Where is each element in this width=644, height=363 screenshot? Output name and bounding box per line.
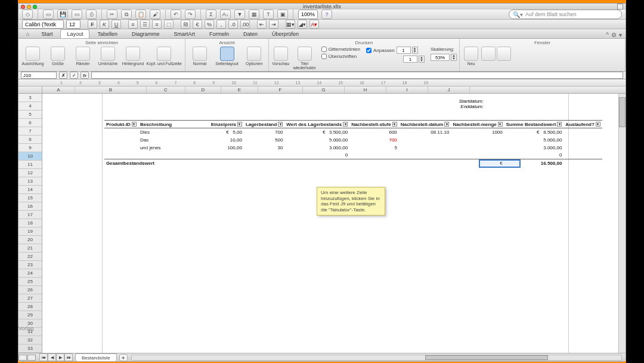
row-header[interactable]: 21	[18, 244, 42, 253]
italic-button[interactable]: K	[100, 20, 109, 29]
bold-button[interactable]: F	[88, 20, 97, 29]
copy-icon[interactable]: ⧉	[121, 10, 132, 19]
currency-button[interactable]: ₪	[181, 20, 190, 29]
undo-icon[interactable]: ↶	[171, 10, 181, 19]
zoom-combo[interactable]: 100%	[298, 10, 318, 19]
cut-icon[interactable]: ✂	[107, 10, 117, 19]
font-color-button[interactable]: A▾	[309, 20, 319, 29]
freeze-button[interactable]	[497, 47, 511, 61]
row-header[interactable]: 14	[18, 186, 42, 194]
scale-spinner[interactable]: ▲▼	[431, 54, 457, 61]
orientation-button[interactable]: Ausrichtung	[21, 47, 45, 66]
view-normal-icon[interactable]	[18, 355, 27, 361]
fit-pages2-spinner[interactable]: ▲▼	[403, 56, 425, 63]
filter-icon[interactable]: ▾	[278, 122, 283, 127]
col-header[interactable]: D	[185, 87, 221, 93]
dec-inc-button[interactable]: .0	[228, 20, 238, 29]
filter-icon[interactable]: ▾	[132, 122, 137, 127]
row-header[interactable]: 27	[18, 294, 42, 303]
filter-icon[interactable]: ▾	[237, 122, 242, 127]
col-header[interactable]: F	[258, 87, 303, 93]
row-header[interactable]: 20	[18, 236, 42, 244]
filter-icon[interactable]: ▾	[343, 122, 348, 127]
filter-icon[interactable]: ▾	[392, 122, 397, 127]
row-header[interactable]: 24	[18, 269, 42, 278]
row-header[interactable]: 33	[18, 344, 42, 353]
open-icon[interactable]: ▭	[43, 10, 54, 19]
row-header[interactable]: 10	[18, 152, 42, 161]
redo-icon[interactable]: ↷	[185, 10, 196, 19]
arrange-button[interactable]	[481, 47, 496, 61]
col-header[interactable]: J	[428, 87, 470, 93]
tab-smartart[interactable]: SmartArt	[168, 29, 202, 38]
name-box[interactable]: J10	[21, 72, 57, 79]
fit-checkbox[interactable]: Anpassen	[366, 48, 395, 53]
tab-data[interactable]: Daten	[237, 29, 264, 38]
filter-icon[interactable]: ▾	[498, 122, 503, 127]
size-button[interactable]: Größe	[46, 47, 70, 66]
fit-pages-spinner[interactable]: ▲▼	[397, 47, 418, 54]
ribbon-more-icon[interactable]: ▾	[619, 32, 622, 38]
minimize-button[interactable]	[27, 5, 31, 9]
col-header[interactable]: C	[147, 87, 185, 93]
row-header[interactable]: 6	[18, 119, 42, 127]
autosum-icon[interactable]: Σ	[206, 10, 216, 19]
col-header[interactable]: H	[345, 87, 386, 93]
underline-button[interactable]: U	[112, 20, 121, 29]
breaks-button[interactable]: Umbrüche	[96, 47, 120, 66]
sort-icon[interactable]: A↓	[220, 10, 231, 19]
ribbon-collapse-icon[interactable]: ^	[606, 32, 609, 38]
tab-nav-next[interactable]: ▶	[56, 353, 64, 361]
euro-button[interactable]: €	[193, 20, 202, 29]
row-header[interactable]: 25	[18, 278, 42, 286]
row-header[interactable]: 16	[18, 202, 42, 211]
formula-input[interactable]	[91, 72, 623, 79]
row-header[interactable]: 3	[18, 94, 42, 102]
zoom-button[interactable]	[33, 5, 37, 9]
dec-dec-button[interactable]: .00	[240, 20, 250, 29]
filter-icon[interactable]: ▾	[596, 122, 600, 127]
row-header[interactable]: 11	[18, 161, 42, 169]
col-header[interactable]: I	[386, 87, 428, 93]
new-window-button[interactable]: Neu	[462, 47, 480, 66]
table-row[interactable]: und jenes 100,00 30 3.000,00 5 3.000,00	[104, 144, 602, 152]
page-layout-button[interactable]: Seitenlayout	[213, 47, 242, 66]
row-header[interactable]: 22	[18, 253, 42, 261]
indent-dec-button[interactable]: ⇤	[257, 20, 267, 29]
row-header[interactable]: 13	[18, 177, 42, 186]
tab-nav-prev[interactable]: ◀	[48, 353, 56, 361]
filter-icon[interactable]: ▾	[557, 122, 562, 127]
tab-formulas[interactable]: Formeln	[203, 29, 236, 38]
row-header[interactable]: 32	[18, 336, 42, 344]
align-left-button[interactable]: ≡	[128, 20, 138, 29]
vertical-scrollbar[interactable]	[618, 94, 626, 353]
col-header[interactable]: G	[303, 87, 345, 93]
row-header[interactable]: 28	[18, 303, 42, 311]
table-row[interactable]: Dies € 5,00 700 € 3.500,00 600 08.11.10 …	[104, 128, 602, 136]
fullscreen-button[interactable]	[617, 4, 623, 10]
tab-layout[interactable]: Layout	[60, 29, 89, 38]
save-as-icon[interactable]: ▭	[72, 10, 82, 19]
header-footer-button[interactable]: Kopf- und Fußzeile	[146, 47, 182, 66]
cancel-formula-icon[interactable]: ✗	[59, 72, 67, 79]
normal-view-button[interactable]: Normal	[188, 47, 212, 66]
media-icon[interactable]: ▣	[277, 10, 288, 19]
save-icon[interactable]: 💾	[57, 10, 68, 19]
horizontal-scrollbar[interactable]	[131, 355, 622, 361]
row-header[interactable]: 8	[18, 136, 42, 144]
tab-nav-last[interactable]: ⏭	[64, 353, 73, 361]
format-painter-icon[interactable]: 🖌	[150, 10, 160, 19]
select-all-corner[interactable]	[18, 87, 42, 93]
background-button[interactable]: Hintergrund	[121, 47, 145, 66]
grid[interactable]: Startdatum: Enddatum: Produkt-ID▾ Beschr…	[42, 94, 626, 353]
row-header[interactable]: 9	[18, 144, 42, 152]
align-center-button[interactable]: ☰	[140, 20, 150, 29]
row-header[interactable]: 26	[18, 286, 42, 294]
close-button[interactable]	[21, 5, 25, 9]
thousands-button[interactable]: ,	[216, 20, 226, 29]
view-page-icon[interactable]	[27, 355, 36, 361]
table-row[interactable]: 0 0	[104, 152, 602, 159]
search-field[interactable]: 🔍▾ Auf dem Blatt suchen	[509, 10, 622, 19]
row-header[interactable]: 29	[18, 311, 42, 319]
tab-start[interactable]: Start	[35, 29, 59, 38]
